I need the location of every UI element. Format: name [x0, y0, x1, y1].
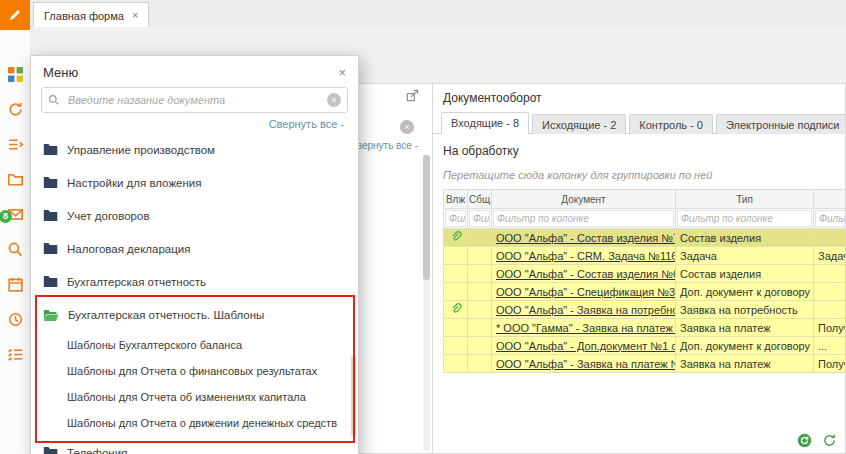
type-cell: Состав изделия	[676, 265, 814, 283]
table-row[interactable]: ООО "Альфа" - Доп.документ №1 от 06... Д…	[444, 337, 846, 355]
type-cell: Заявка на платеж	[676, 319, 814, 337]
table-row[interactable]: ООО "Альфа" - Заявка на потребность ... …	[444, 301, 846, 319]
sync-icon[interactable]	[0, 92, 30, 127]
message-cell	[468, 265, 492, 283]
table-row[interactable]: ООО "Альфа" - Состав изделия №78 от... С…	[444, 229, 846, 247]
attachment-cell	[444, 319, 468, 337]
filter-type[interactable]: Фильтр по колонке	[677, 210, 812, 227]
table-row[interactable]: * ООО "Гамма" - Заявка на платеж №6... З…	[444, 319, 846, 337]
menu-item-attachments-settings[interactable]: Настройки для вложения	[31, 166, 358, 199]
menu-item-telephony[interactable]: Телефония	[31, 436, 358, 454]
exchange-list-icon[interactable]	[0, 127, 30, 162]
column-header-type[interactable]: Тип	[676, 190, 814, 209]
message-cell	[468, 301, 492, 319]
paperclip-icon	[449, 230, 462, 243]
docflow-tabs: Входящие - 8 Исходящие - 2 Контроль - 0 …	[433, 112, 845, 134]
extra-cell: Задача №1	[814, 247, 846, 265]
document-link[interactable]: ООО "Альфа" - Заявка на платеж №64 ...	[496, 358, 676, 370]
mail-icon[interactable]: 8	[0, 197, 30, 232]
menu-item-accounting-templates[interactable]: Бухгалтерская отчетность. Шаблоны	[31, 298, 358, 332]
document-link[interactable]: * ООО "Гамма" - Заявка на платеж №6...	[496, 322, 676, 334]
clear-search-icon[interactable]: ×	[400, 120, 414, 134]
docflow-body: На обработку Перетащите сюда колонку для…	[433, 134, 845, 373]
menu-subitem-capital-changes-templates[interactable]: Шаблоны для Отчета об изменениях капитал…	[31, 384, 358, 410]
section-title[interactable]: На обработку	[443, 144, 845, 158]
table-row[interactable]: ООО "Альфа" - CRM. Задача №116 Задача За…	[444, 247, 846, 265]
undock-window-icon[interactable]	[406, 88, 419, 106]
menu-title: Меню	[43, 65, 78, 80]
menu-subitem-cash-flow-templates[interactable]: Шаблоны для Отчета о движении денежных с…	[31, 410, 358, 436]
document-cell: ООО "Альфа" - Заявка на платеж №64 ...	[492, 355, 676, 373]
tab-close-icon[interactable]: ×	[132, 10, 138, 21]
menu-item-tax-declaration[interactable]: Налоговая декларация	[31, 232, 358, 265]
tab-main-form[interactable]: Главная форма ×	[33, 2, 149, 28]
table-row[interactable]: ООО "Альфа" - Заявка на платеж №64 ... З…	[444, 355, 846, 373]
menu-subitem-financial-results-templates[interactable]: Шаблоны для Отчета о финансовых результа…	[31, 358, 358, 384]
type-cell: Доп. документ к договору	[676, 283, 814, 301]
extra-cell: Получат	[814, 355, 846, 373]
folder-icon	[43, 209, 58, 222]
menu-item-accounting-reports[interactable]: Бухгалтерская отчетность	[31, 265, 358, 298]
folder-icon[interactable]	[0, 162, 30, 197]
filter-extra[interactable]: Фильтр по колонке	[815, 210, 846, 227]
column-header-extra[interactable]	[814, 190, 846, 209]
docflow-title: Документооборот	[433, 84, 845, 112]
header-row: Влж Сбщ Документ Тип	[444, 190, 846, 209]
attachment-cell	[444, 301, 468, 319]
extra-cell: Получат	[814, 319, 846, 337]
document-link[interactable]: ООО "Альфа" - CRM. Задача №116	[496, 250, 676, 262]
extra-cell	[814, 301, 846, 319]
folder-icon	[43, 275, 58, 288]
attachment-cell	[444, 265, 468, 283]
scrollbar[interactable]	[423, 155, 430, 451]
table-footer-actions	[797, 433, 837, 448]
clear-search-icon[interactable]: ×	[327, 93, 341, 107]
scrollbar-thumb[interactable]	[423, 155, 430, 280]
search-icon[interactable]	[0, 232, 30, 267]
edit-pencil-button[interactable]	[0, 0, 30, 30]
folder-icon	[43, 446, 58, 454]
document-link[interactable]: ООО "Альфа" - Доп.документ №1 от 06...	[496, 340, 676, 352]
column-header-msg[interactable]: Сбщ	[468, 190, 492, 209]
documents-table: Влж Сбщ Документ Тип Фильтр по колонке Ф…	[443, 189, 846, 373]
attachment-cell	[444, 337, 468, 355]
menu-item-production[interactable]: Управление производством	[31, 133, 358, 166]
scrollbar-thumb[interactable]	[351, 356, 356, 436]
filter-doc[interactable]: Фильтр по колонке	[493, 210, 674, 227]
calendar-icon[interactable]	[0, 267, 30, 302]
document-link[interactable]: ООО "Альфа" - Спецификация №37 от ...	[496, 286, 676, 298]
modules-icon[interactable]	[0, 57, 30, 92]
tab-outgoing[interactable]: Исходящие - 2	[532, 114, 626, 134]
grouping-hint: Перетащите сюда колонку для группировки …	[443, 169, 845, 181]
extra-cell	[814, 229, 846, 247]
collapse-all-link[interactable]: Свернуть все -	[349, 140, 418, 151]
document-link[interactable]: ООО "Альфа" - Заявка на потребность ...	[496, 304, 676, 316]
document-link[interactable]: ООО "Альфа" - Состав изделия №69 от...	[496, 268, 676, 280]
filter-attach[interactable]: Фильтр по колонке	[445, 210, 466, 227]
table-row[interactable]: ООО "Альфа" - Состав изделия №69 от... С…	[444, 265, 846, 283]
search-input[interactable]	[66, 93, 321, 107]
menu-subitem-balance-templates[interactable]: Шаблоны Бухгалтерского баланса	[31, 332, 358, 358]
collapse-all-link[interactable]: Свернуть все -	[31, 113, 358, 133]
message-cell	[468, 247, 492, 265]
history-clock-icon[interactable]	[0, 302, 30, 337]
column-header-doc[interactable]: Документ	[492, 190, 676, 209]
refresh-icon[interactable]	[822, 433, 837, 448]
document-cell: ООО "Альфа" - Доп.документ №1 от 06...	[492, 337, 676, 355]
tab-control[interactable]: Контроль - 0	[629, 114, 713, 134]
auto-refresh-icon[interactable]	[797, 433, 812, 448]
close-icon[interactable]: ×	[338, 66, 346, 79]
tab-incoming[interactable]: Входящие - 8	[441, 112, 529, 134]
menu-item-contracts[interactable]: Учет договоров	[31, 199, 358, 232]
document-link[interactable]: ООО "Альфа" - Состав изделия №78 от...	[496, 232, 676, 244]
document-cell: ООО "Альфа" - Состав изделия №69 от...	[492, 265, 676, 283]
checklist-icon[interactable]	[0, 337, 30, 372]
table-row[interactable]: ООО "Альфа" - Спецификация №37 от ... До…	[444, 283, 846, 301]
message-cell	[468, 355, 492, 373]
folder-icon	[43, 143, 58, 156]
attachment-cell	[444, 355, 468, 373]
filter-msg[interactable]: Фильтр по колонке	[469, 210, 490, 227]
menu-item-label: Управление производством	[67, 144, 215, 156]
tab-signatures[interactable]: Электронные подписи	[716, 114, 846, 134]
column-header-attach[interactable]: Влж	[444, 190, 468, 209]
